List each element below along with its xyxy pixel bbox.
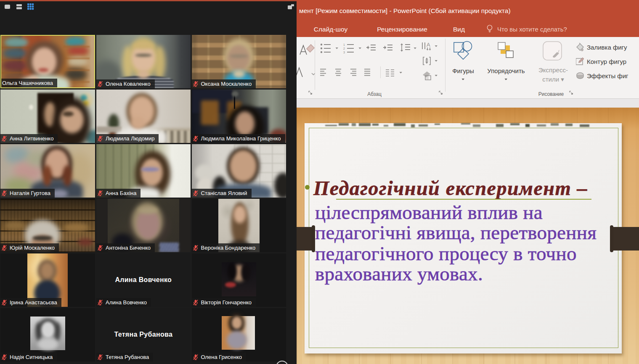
svg-text:A: A	[427, 42, 430, 48]
svg-text:3: 3	[343, 51, 345, 54]
svg-text:1: 1	[343, 43, 345, 46]
svg-text:2: 2	[343, 47, 345, 50]
